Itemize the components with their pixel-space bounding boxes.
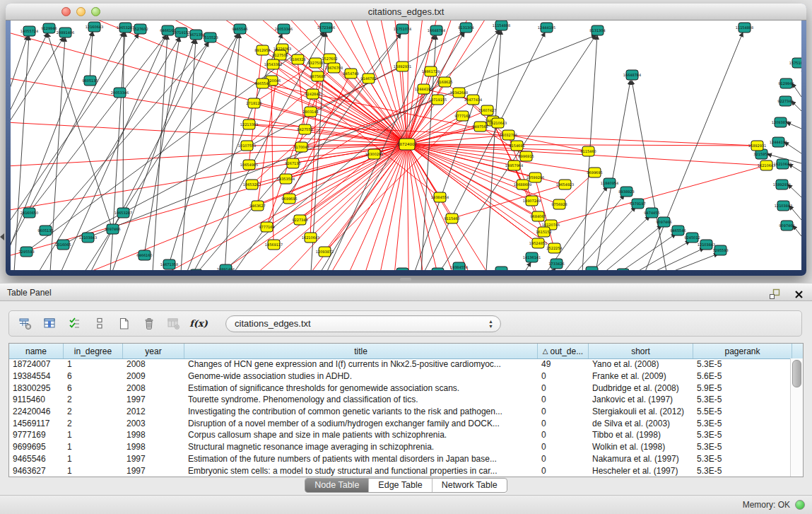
graph-node[interactable] (396, 24, 408, 34)
graph-node[interactable] (446, 214, 458, 223)
graph-node[interactable] (541, 23, 553, 33)
graph-node[interactable] (777, 201, 789, 211)
graph-node[interactable] (779, 96, 792, 106)
graph-node[interactable] (252, 201, 264, 211)
new-table-icon[interactable] (117, 316, 132, 332)
column-header-title[interactable]: title (184, 344, 538, 358)
graph-node[interactable] (257, 78, 269, 88)
graph-node[interactable] (532, 211, 544, 221)
graph-node[interactable] (267, 59, 279, 69)
column-header-year[interactable]: year (123, 344, 184, 358)
graph-node[interactable] (592, 25, 604, 35)
graph-node[interactable] (278, 24, 290, 34)
minimize-window-button[interactable] (76, 7, 86, 16)
graph-node[interactable] (246, 180, 258, 189)
graph-node[interactable] (248, 98, 260, 108)
graph-node[interactable] (474, 122, 486, 132)
graph-node[interactable] (268, 240, 280, 250)
graph-node[interactable] (368, 149, 380, 159)
graph-node[interactable] (84, 76, 96, 86)
graph-node[interactable] (163, 259, 175, 269)
graph-node[interactable] (310, 58, 322, 68)
table-row[interactable]: 969969511998Structural magnetic resonanc… (9, 441, 791, 453)
network-canvas[interactable]: 1405572491299462089140612160643106532871… (11, 21, 801, 270)
tab-network-table[interactable]: Network Table (433, 479, 507, 492)
graph-node[interactable] (776, 180, 788, 189)
graph-node[interactable] (430, 25, 442, 35)
graph-node[interactable] (220, 264, 232, 270)
graph-node[interactable] (319, 247, 331, 257)
graph-node[interactable] (320, 23, 332, 33)
float-panel-icon[interactable] (767, 286, 782, 302)
column-header-name[interactable]: name (9, 344, 64, 358)
table-row[interactable]: 2242004622012Investigating the contribut… (9, 406, 791, 418)
graph-node[interactable] (292, 54, 304, 64)
graph-node[interactable] (23, 26, 35, 36)
select-rows-icon[interactable] (67, 316, 83, 332)
graph-node[interactable] (261, 222, 273, 232)
graph-node[interactable] (467, 95, 479, 105)
graph-node[interactable] (777, 159, 789, 169)
tab-node-table[interactable]: Node Table (305, 479, 369, 492)
graph-node[interactable] (114, 88, 126, 98)
graph-node[interactable] (363, 74, 375, 83)
graph-node[interactable] (117, 208, 129, 218)
graph-node[interactable] (586, 267, 598, 270)
graph-node[interactable] (287, 158, 299, 168)
close-panel-icon[interactable] (791, 286, 806, 302)
graph-node[interactable] (646, 208, 658, 218)
graph-node[interactable] (492, 118, 504, 128)
table-row[interactable]: 1872400712008Changes of HCN gene express… (9, 358, 791, 370)
graph-node[interactable] (82, 233, 94, 243)
graph-node[interactable] (59, 28, 71, 37)
split-pane-handle[interactable] (400, 278, 411, 281)
graph-node[interactable] (432, 95, 444, 105)
graph-node[interactable] (495, 21, 507, 30)
graph-node[interactable] (307, 89, 319, 99)
graph-node[interactable] (283, 194, 295, 204)
graph-node[interactable] (274, 50, 286, 60)
graph-node[interactable] (617, 269, 629, 270)
graph-node[interactable] (780, 78, 792, 88)
graph-node[interactable] (714, 245, 726, 255)
graph-node[interactable] (481, 105, 493, 115)
graph-node[interactable] (162, 25, 174, 35)
graph-node[interactable] (257, 45, 269, 55)
table-row[interactable]: 946554611997Estimation of the future num… (9, 453, 791, 465)
graph-node[interactable] (520, 151, 532, 161)
graph-node[interactable] (589, 168, 601, 177)
panel-collapse-arrow[interactable] (0, 233, 4, 240)
graph-node[interactable] (559, 180, 571, 189)
graph-node[interactable] (526, 252, 538, 262)
graph-node[interactable] (434, 192, 446, 202)
graph-node[interactable] (658, 217, 670, 227)
graph-node[interactable] (43, 23, 55, 33)
graph-node[interactable] (508, 160, 520, 170)
graph-node[interactable] (243, 119, 255, 129)
table-columns-icon[interactable] (42, 316, 58, 332)
network-graph[interactable]: 1405572491299462089140612160643106532871… (11, 21, 801, 270)
close-window-button[interactable] (61, 7, 71, 16)
graph-node[interactable] (299, 124, 311, 134)
graph-node[interactable] (700, 240, 712, 250)
graph-node[interactable] (305, 233, 317, 243)
graph-node[interactable] (548, 243, 560, 253)
graph-node[interactable] (551, 259, 563, 269)
graph-node[interactable] (626, 70, 638, 80)
graph-node[interactable] (234, 24, 246, 34)
graph-node[interactable] (190, 30, 202, 40)
graph-node[interactable] (204, 33, 216, 42)
graph-node[interactable] (760, 160, 772, 170)
delete-table-icon[interactable] (141, 316, 157, 332)
graph-node[interactable] (328, 63, 340, 73)
graph-node[interactable] (241, 141, 253, 151)
graph-node[interactable] (457, 111, 469, 121)
graph-node[interactable] (107, 224, 119, 234)
table-row[interactable]: 946362711997Embryonic stem cells: a mode… (9, 465, 791, 477)
graph-node[interactable] (175, 28, 187, 37)
merge-tables-icon[interactable] (92, 316, 107, 332)
graph-node[interactable] (295, 142, 307, 152)
table-settings-icon[interactable] (18, 316, 33, 332)
graph-node[interactable] (40, 226, 52, 235)
table-row[interactable]: 1938455462009Genome-wide association stu… (9, 370, 791, 382)
